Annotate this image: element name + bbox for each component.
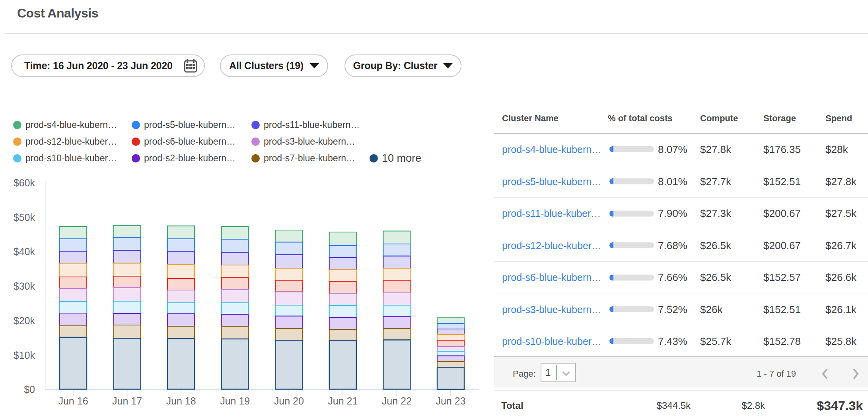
- svg-text:Jun 16: Jun 16: [58, 395, 88, 406]
- svg-text:Jun 20: Jun 20: [274, 395, 304, 406]
- svg-text:$20k: $20k: [14, 315, 35, 326]
- svg-text:$60k: $60k: [14, 177, 35, 188]
- svg-text:$10k: $10k: [14, 350, 35, 361]
- svg-text:Jun 23: Jun 23: [436, 395, 465, 406]
- svg-text:$50k: $50k: [14, 212, 35, 223]
- svg-text:Jun 21: Jun 21: [328, 395, 358, 406]
- svg-text:Jun 19: Jun 19: [220, 395, 250, 406]
- svg-text:Jun 22: Jun 22: [382, 395, 412, 406]
- svg-text:$0: $0: [24, 384, 35, 395]
- svg-text:Jun 18: Jun 18: [166, 395, 196, 406]
- svg-text:$30k: $30k: [14, 281, 35, 292]
- svg-text:$40k: $40k: [14, 246, 35, 257]
- svg-text:Jun 17: Jun 17: [112, 395, 142, 406]
